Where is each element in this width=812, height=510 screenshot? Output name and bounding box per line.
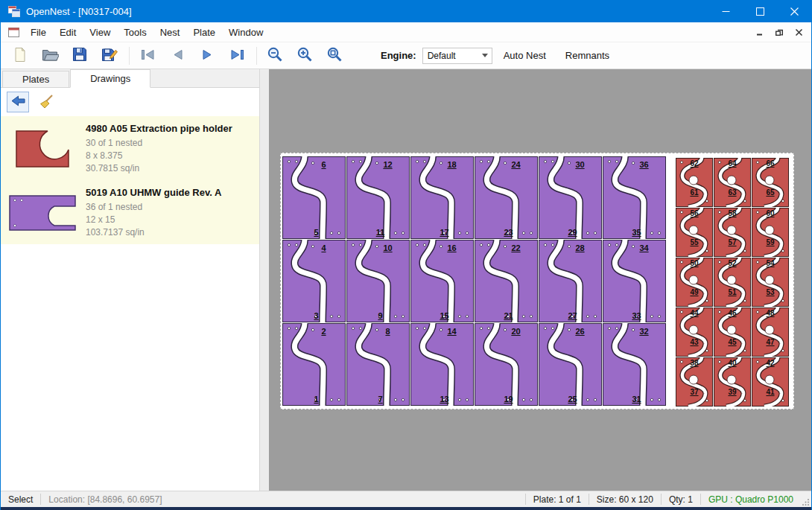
panel-splitter[interactable] — [259, 69, 269, 491]
app-window: OpenNest - [N0317-004] File Edit View To… — [0, 0, 812, 510]
panel-tabstrip: Plates Drawings — [1, 69, 259, 88]
chevron-down-icon — [478, 54, 492, 57]
save-button[interactable] — [68, 45, 92, 67]
drawing-area: 30.7815 sq/in — [86, 162, 232, 175]
nested-part-cell[interactable]: 4645 — [714, 307, 751, 357]
menu-window[interactable]: Window — [222, 22, 270, 42]
mdi-restore-button[interactable] — [771, 25, 787, 39]
mdi-window-controls — [752, 25, 811, 39]
main-toolbar: Engine: Default Auto Nest Remnants — [1, 42, 811, 69]
menu-edit[interactable]: Edit — [53, 22, 83, 42]
menu-nest[interactable]: Nest — [153, 22, 187, 42]
nested-part-cell[interactable]: 87 — [346, 323, 410, 406]
tab-plates[interactable]: Plates — [2, 71, 69, 87]
nested-part-cell[interactable]: 1413 — [410, 323, 474, 406]
move-to-plate-button[interactable] — [7, 92, 29, 112]
nested-part-cell[interactable]: 109 — [346, 240, 410, 322]
open-button[interactable] — [38, 45, 62, 67]
part-number-label: 63 — [714, 188, 751, 197]
nested-part-cell[interactable]: 5655 — [676, 208, 713, 257]
drawing-item[interactable]: 5019 A10 UHMW guide Rev. A 36 of 1 neste… — [1, 180, 259, 244]
part-number-label: 39 — [714, 388, 751, 396]
mdi-close-button[interactable] — [790, 25, 807, 39]
remnants-button[interactable]: Remnants — [557, 46, 618, 66]
menu-plate[interactable]: Plate — [186, 22, 222, 42]
window-bottom-edge — [1, 507, 811, 510]
close-button[interactable] — [777, 0, 811, 22]
nested-part-cell[interactable]: 65 — [282, 156, 346, 239]
drawing-item[interactable]: 4980 A05 Extraction pipe holder 30 of 1 … — [1, 116, 259, 180]
menu-file[interactable]: File — [24, 22, 53, 42]
nested-part-cell[interactable]: 5453 — [752, 258, 789, 307]
mdi-minimize-button[interactable] — [752, 25, 768, 39]
nested-part-cell[interactable]: 3635 — [603, 156, 666, 239]
part-number-label: 23 — [477, 228, 540, 237]
save-as-floppy-pencil-icon — [101, 47, 118, 65]
drawing-size: 12 x 15 — [86, 214, 221, 226]
save-as-button[interactable] — [98, 45, 121, 67]
plate[interactable]: 6512111817242330293635431091615222128273… — [280, 153, 794, 409]
nested-part-cell[interactable]: 3837 — [676, 357, 713, 407]
last-arrow-icon — [229, 48, 245, 63]
nested-part-cell[interactable]: 6665 — [752, 158, 789, 207]
nested-part-cell[interactable]: 1615 — [410, 240, 474, 322]
part-number-label: 7 — [349, 395, 412, 404]
nested-part-cell[interactable]: 2019 — [475, 323, 538, 406]
window-title: OpenNest - [N0317-004] — [26, 6, 132, 17]
first-plate-button[interactable] — [136, 45, 159, 67]
nested-part-cell[interactable]: 5049 — [676, 258, 713, 307]
menu-tools[interactable]: Tools — [117, 22, 153, 42]
zoom-in-icon — [296, 46, 313, 65]
nested-part-cell[interactable]: 6261 — [676, 158, 713, 207]
nested-part-cell[interactable]: 5251 — [714, 258, 751, 307]
drawing-area: 103.7137 sq/in — [86, 226, 221, 239]
nested-part-cell[interactable]: 3433 — [603, 240, 666, 322]
tab-drawings[interactable]: Drawings — [70, 69, 150, 88]
maximize-button[interactable] — [743, 0, 777, 22]
nested-part-cell[interactable]: 2221 — [475, 240, 538, 322]
save-floppy-icon — [72, 47, 87, 64]
minimize-button[interactable] — [708, 0, 743, 22]
nested-part-cell[interactable]: 4443 — [676, 307, 713, 357]
nested-part-cell[interactable]: 1211 — [346, 156, 410, 239]
part-number-label: 11 — [349, 228, 412, 237]
nested-part-cell[interactable]: 21 — [282, 323, 346, 406]
window-controls — [708, 0, 811, 22]
nested-part-cell[interactable]: 3231 — [603, 323, 666, 406]
nested-part-cell[interactable]: 4039 — [714, 357, 751, 407]
zoom-fit-button[interactable] — [323, 45, 346, 67]
nested-part-cell[interactable]: 2423 — [475, 156, 538, 239]
part-number-label: 50 — [676, 259, 713, 267]
nested-part-cell[interactable]: 1817 — [410, 156, 474, 239]
drawing-nested-count: 36 of 1 nested — [86, 201, 221, 214]
zoom-out-button[interactable] — [263, 45, 287, 67]
menu-view[interactable]: View — [83, 22, 117, 42]
part-number-label: 61 — [676, 188, 713, 197]
nested-part-cell[interactable]: 4241 — [752, 357, 789, 407]
nested-part-cell[interactable]: 43 — [282, 240, 346, 322]
nest-canvas[interactable]: 6512111817242330293635431091615222128273… — [269, 69, 811, 491]
drawing-title: 4980 A05 Extraction pipe holder — [86, 123, 232, 134]
first-arrow-icon — [140, 48, 156, 63]
auto-nest-button[interactable]: Auto Nest — [495, 46, 554, 66]
nested-part-cell[interactable]: 2827 — [539, 240, 602, 322]
nested-part-cell[interactable]: 6059 — [752, 208, 789, 257]
nested-part-cell[interactable]: 2625 — [539, 323, 602, 406]
part-number-label: 19 — [477, 395, 540, 404]
zoom-fit-icon — [326, 46, 343, 65]
previous-plate-button[interactable] — [165, 45, 189, 67]
last-plate-button[interactable] — [225, 45, 249, 67]
next-plate-button[interactable] — [195, 45, 219, 67]
resize-grip[interactable] — [801, 491, 811, 507]
nested-part-cell[interactable]: 3029 — [539, 156, 602, 239]
part-number-label: 59 — [752, 238, 789, 246]
nested-part-cell[interactable]: 4847 — [752, 307, 789, 357]
zoom-in-button[interactable] — [293, 45, 317, 67]
clear-button[interactable] — [36, 92, 58, 112]
nested-part-cell[interactable]: 5857 — [714, 208, 751, 257]
part-number-label: 49 — [676, 288, 713, 296]
new-button[interactable] — [8, 45, 32, 67]
nested-part-cell[interactable]: 6463 — [714, 158, 751, 207]
part-number-label: 1 — [285, 395, 348, 404]
engine-select[interactable]: Default — [422, 48, 492, 64]
